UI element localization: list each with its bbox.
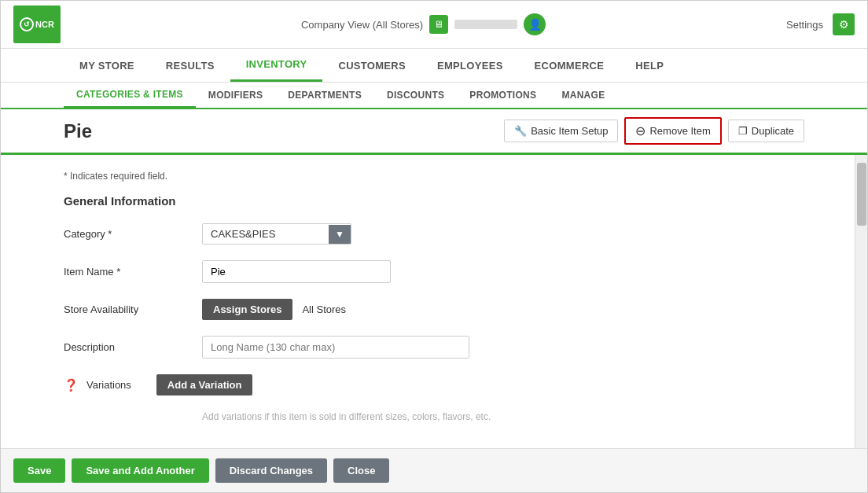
description-input[interactable] [202,336,469,359]
store-availability-label: Store Availability [64,304,189,315]
item-name-label: Item Name * [64,266,189,278]
content-area: * Indicates required field. General Info… [1,155,867,448]
scrollbar-thumb [857,163,866,226]
subnav-promotions[interactable]: PROMOTIONS [457,83,549,107]
description-row: Description [64,336,792,359]
avatar: 👤 [524,13,546,35]
store-availability-row: Store Availability Assign Stores All Sto… [64,299,792,320]
subnav-departments[interactable]: DEPARTMENTS [275,83,374,107]
required-note: * Indicates required field. [64,171,792,182]
copy-icon: ❐ [738,125,748,137]
store-avail-controls: Assign Stores All Stores [202,299,346,320]
logo: ↺ NCR [13,6,61,43]
basic-item-setup-label: Basic Item Setup [531,125,608,137]
wrench-icon: 🔧 [514,125,527,137]
save-button[interactable]: Save [13,458,65,483]
variations-label-area: ❓ Variations [64,378,144,392]
company-view-area: Company View (All Stores) 🖥 👤 [70,13,777,35]
page-title: Pie [64,120,92,142]
main-nav: MY STORE RESULTS INVENTORY CUSTOMERS EMP… [1,49,867,83]
company-view-label: Company View (All Stores) [301,19,423,31]
description-label: Description [64,341,189,353]
logo-circle-icon: ↺ [20,17,34,31]
close-button[interactable]: Close [333,458,389,483]
nav-results[interactable]: RESULTS [150,50,230,81]
duplicate-button[interactable]: ❐ Duplicate [728,120,804,142]
nav-ecommerce[interactable]: ECOMMERCE [519,50,620,81]
variation-hint: Add variations if this item is sold in d… [202,411,792,422]
sub-nav: CATEGORIES & ITEMS MODIFIERS DEPARTMENTS… [1,83,867,109]
app-wrapper: ↺ NCR Company View (All Stores) 🖥 👤 Sett… [0,0,868,493]
category-select[interactable]: CAKES&PIES ▼ [202,223,351,245]
monitor-icon: 🖥 [429,15,448,34]
page-actions: 🔧 Basic Item Setup ⊖ Remove Item ❐ Dupli… [504,117,804,145]
variations-row: ❓ Variations Add a Variation [64,374,792,396]
item-name-row: Item Name * [64,260,792,283]
nav-help[interactable]: HELP [620,50,679,81]
assign-stores-button[interactable]: Assign Stores [202,299,292,320]
nav-my-store[interactable]: MY STORE [64,50,150,81]
nav-employees[interactable]: EMPLOYEES [421,50,519,81]
general-information-heading: General Information [64,194,792,208]
top-bar: ↺ NCR Company View (All Stores) 🖥 👤 Sett… [1,1,867,49]
add-variation-button[interactable]: Add a Variation [156,374,253,396]
subnav-modifiers[interactable]: MODIFIERS [196,83,275,107]
scrollbar[interactable] [855,155,867,448]
duplicate-label: Duplicate [752,125,794,137]
logo-text: NCR [35,20,54,29]
top-right-area: Settings ⚙ [786,13,855,35]
remove-item-button[interactable]: ⊖ Remove Item [624,117,721,145]
subnav-manage[interactable]: MANAGE [549,83,617,107]
help-icon[interactable]: ❓ [64,378,79,392]
remove-item-label: Remove Item [649,125,710,137]
save-and-add-another-button[interactable]: Save and Add Another [72,458,208,483]
variations-label: Variations [86,379,131,391]
minus-circle-icon: ⊖ [635,123,645,138]
category-row: Category * CAKES&PIES ▼ [64,223,792,245]
page-header: Pie 🔧 Basic Item Setup ⊖ Remove Item ❐ D… [1,109,867,155]
subnav-categories-items[interactable]: CATEGORIES & ITEMS [64,83,196,108]
gear-icon[interactable]: ⚙ [833,13,855,35]
discard-changes-button[interactable]: Discard Changes [215,458,327,483]
category-value: CAKES&PIES [203,224,329,244]
footer: Save Save and Add Another Discard Change… [1,448,867,492]
category-label: Category * [64,228,189,240]
item-name-input[interactable] [202,260,391,283]
settings-link[interactable]: Settings [786,19,823,31]
all-stores-text: All Stores [302,304,346,315]
basic-item-setup-button[interactable]: 🔧 Basic Item Setup [504,120,618,142]
user-name-blurred [454,20,517,29]
main-content: * Indicates required field. General Info… [1,155,855,438]
nav-customers[interactable]: CUSTOMERS [322,50,421,81]
subnav-discounts[interactable]: DISCOUNTS [374,83,457,107]
nav-inventory[interactable]: INVENTORY [230,49,323,82]
category-dropdown-arrow[interactable]: ▼ [329,225,351,244]
